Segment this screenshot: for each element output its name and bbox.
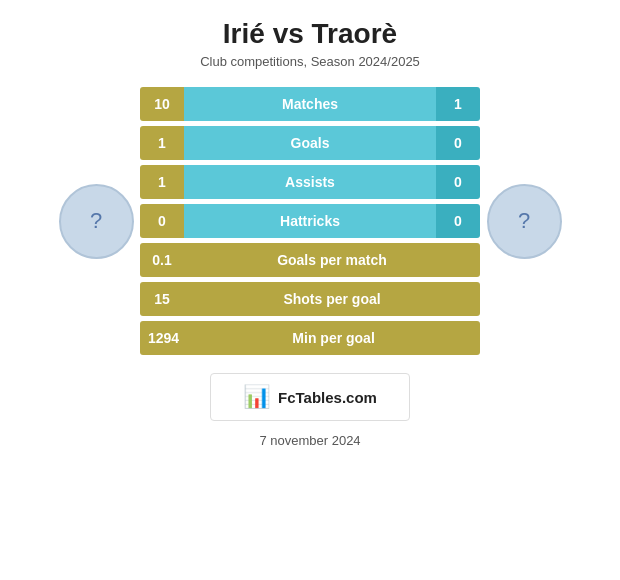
stat-left-value: 0: [140, 204, 184, 238]
stat-left-value: 15: [140, 282, 184, 316]
stat-right-value: 0: [436, 165, 480, 199]
stat-row: 1Assists0: [140, 165, 480, 199]
stat-left-value: 10: [140, 87, 184, 121]
stat-left-value: 1: [140, 126, 184, 160]
right-avatar-circle: ?: [487, 184, 562, 259]
stat-right-value: 0: [436, 204, 480, 238]
left-avatar-icon: ?: [90, 208, 102, 234]
stat-label: Shots per goal: [184, 282, 480, 316]
stat-row: 1294Min per goal: [140, 321, 480, 355]
stat-row: 0.1Goals per match: [140, 243, 480, 277]
page-title: Irié vs Traorè: [223, 18, 397, 50]
page-subtitle: Club competitions, Season 2024/2025: [200, 54, 420, 69]
stat-right-value: 0: [436, 126, 480, 160]
logo-text: FcTables.com: [278, 389, 377, 406]
stat-left-value: 1: [140, 165, 184, 199]
footer-date: 7 november 2024: [259, 433, 360, 448]
page-container: Irié vs Traorè Club competitions, Season…: [0, 0, 620, 580]
stat-label: Min per goal: [187, 321, 480, 355]
stat-label: Hattricks: [184, 204, 436, 238]
left-avatar: ?: [52, 184, 140, 259]
logo-icon: 📊: [243, 384, 270, 410]
right-avatar-icon: ?: [518, 208, 530, 234]
stat-label: Goals: [184, 126, 436, 160]
stat-row: 10Matches1: [140, 87, 480, 121]
stat-row: 15Shots per goal: [140, 282, 480, 316]
right-avatar: ?: [480, 184, 568, 259]
main-area: ? 10Matches11Goals01Assists00Hattricks00…: [0, 87, 620, 355]
stat-label: Matches: [184, 87, 436, 121]
logo-box: 📊 FcTables.com: [210, 373, 410, 421]
stats-column: 10Matches11Goals01Assists00Hattricks00.1…: [140, 87, 480, 355]
stat-row: 1Goals0: [140, 126, 480, 160]
left-avatar-circle: ?: [59, 184, 134, 259]
stat-left-value: 0.1: [140, 243, 184, 277]
stat-right-value: 1: [436, 87, 480, 121]
stat-left-value: 1294: [140, 321, 187, 355]
stat-label: Goals per match: [184, 243, 480, 277]
stat-row: 0Hattricks0: [140, 204, 480, 238]
stat-label: Assists: [184, 165, 436, 199]
